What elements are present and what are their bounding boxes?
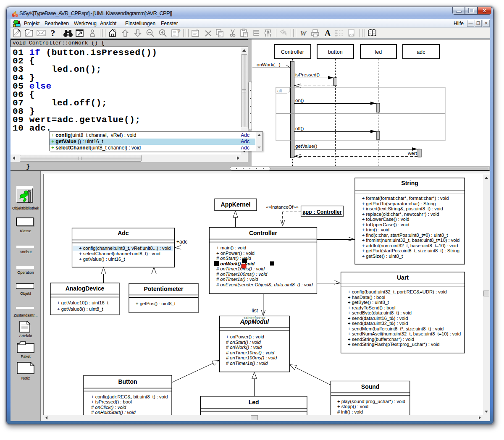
svg-text:Potentiometer: Potentiometer: [144, 285, 184, 292]
svg-text:+ selectChannel(channel:uint8_: + selectChannel(channel:uint8_t) : void: [79, 251, 160, 256]
svg-text:getValue(): getValue(): [295, 144, 317, 149]
svg-text:isPressed(): isPressed(): [295, 72, 320, 77]
svg-text:Adc: Adc: [118, 230, 129, 236]
svg-text:+ stopp() : void: + stopp() : void: [337, 404, 368, 409]
svg-text:+ addInt(num:uint32_t, base:ui: + addInt(num:uint32_t, base:uint8_t=10) …: [362, 243, 458, 248]
svg-text:+ sendByte(data:uint8_t) : voi: + sendByte(data:uint8_t) : void: [348, 310, 412, 315]
svg-text:+ toLowerCase() : void: + toLowerCase() : void: [362, 217, 410, 222]
svg-text:onWork(...): onWork(...): [257, 62, 281, 67]
svg-text:button: button: [328, 49, 343, 55]
svg-text:+ getValue8() : uint8_t: + getValue8() : uint8_t: [57, 306, 103, 312]
svg-text:+adc: +adc: [176, 239, 187, 245]
svg-text:?: ?: [51, 28, 55, 38]
svg-text:AnalogDevice: AnalogDevice: [66, 285, 105, 292]
svg-text:# init() : void: # init() : void: [337, 409, 363, 414]
svg-text:+ isPressed() : bool: + isPressed() : bool: [91, 399, 132, 404]
svg-text:+ getPartTo(separator:char) :: + getPartTo(separator:char) : String: [362, 201, 436, 206]
svg-text:?: ?: [177, 28, 181, 34]
svg-text:# onTimer1s() : void: # onTimer1s() : void: [226, 361, 268, 366]
svg-text:+ getSize() : uint8_t: + getSize() : uint8_t: [362, 254, 403, 259]
svg-text:# onWork() : void: # onWork() : void: [216, 261, 255, 266]
svg-text:wert: wert: [407, 151, 417, 156]
svg-text:+ play(sound:prog_uchar*) : vo: + play(sound:prog_uchar*) : void: [337, 399, 405, 404]
svg-text:+ sendNumAscii(num:uint32_t, b: + sendNumAscii(num:uint32_t, base:uint8_…: [348, 331, 461, 336]
svg-text:+ config(channel:uint8_t, vRef: + config(channel:uint8_t, vRef:unit8...)…: [79, 246, 171, 251]
svg-text:+ config(baud:uint32_t, port:R: + config(baud:uint32_t, port:REG&=UDR) :…: [348, 289, 447, 294]
svg-text:Controller: Controller: [249, 230, 277, 236]
svg-text:+ insert(text:String&, pos:uin: + insert(text:String&, pos:uint8_t) : vo…: [362, 206, 443, 211]
svg-text:# onWork() : void: # onWork() : void: [226, 345, 262, 350]
svg-text:off(): off(): [295, 126, 304, 131]
svg-text:««instanceOf»»: ««instanceOf»»: [266, 204, 298, 210]
svg-text:Button: Button: [118, 378, 137, 385]
svg-text:app : Controller: app : Controller: [302, 209, 341, 215]
svg-text:led: led: [375, 49, 382, 55]
svg-text:+ hasData() : bool: + hasData() : bool: [348, 295, 385, 300]
svg-text:# onTimer100ms() : void: # onTimer100ms() : void: [226, 355, 277, 360]
svg-text:Controller: Controller: [281, 49, 304, 55]
svg-text:A: A: [324, 28, 331, 38]
svg-text:# onClick() : void: # onClick() : void: [91, 405, 126, 410]
svg-text:+ fromInt(num:uint32_t, base:u: + fromInt(num:uint32_t, base:uint8_t=10)…: [362, 238, 460, 243]
svg-text:+ toUpperCase() : void: + toUpperCase() : void: [362, 222, 410, 227]
svg-text:# onTimer100ms() : void: # onTimer100ms() : void: [216, 272, 268, 277]
svg-text:+ getValue10() : uint16_t: + getValue10() : uint16_t: [57, 300, 109, 305]
svg-text:Sound: Sound: [361, 383, 380, 390]
svg-text:Led: Led: [249, 399, 259, 406]
svg-text:+ config(adr:REG&, bit:uint8_t: + config(adr:REG&, bit:uint8_t) : void: [91, 394, 168, 399]
svg-text:+ trim() : void: + trim() : void: [362, 227, 390, 232]
svg-text:+ getByte() : uint8_t: + getByte() : uint8_t: [348, 300, 389, 305]
svg-text:String: String: [401, 180, 418, 186]
svg-text:-list: -list: [250, 308, 258, 314]
svg-text:+ sendString(buffer:char*) : v: + sendString(buffer:char*) : void: [348, 337, 414, 342]
svg-text:# onStart() : void: # onStart() : void: [226, 340, 261, 345]
svg-text:+ send(data:uint32_t&) : void: + send(data:uint32_t&) : void: [348, 321, 408, 326]
svg-text:# onTimer10ms() : void: # onTimer10ms() : void: [216, 266, 265, 271]
svg-text:+ send(data:uint16_t&) : void: + send(data:uint16_t&) : void: [348, 316, 408, 321]
svg-text:+ sendStringFlash(pText:prog_u: + sendStringFlash(pText:prog_uchar*) : v…: [348, 342, 440, 347]
svg-text:# onHoldStart() : void: # onHoldStart() : void: [91, 410, 136, 415]
svg-text:AppKernel: AppKernel: [221, 201, 251, 208]
svg-text:+ getPart(startPos:uint8_t, si: + getPart(startPos:uint8_t, size:uint8_t…: [362, 248, 459, 253]
svg-text:+ replace(old:char*, new:cahr*: + replace(old:char*, new:cahr*) : void: [362, 212, 439, 217]
svg-text:# onEvent(sender:Object&, data: # onEvent(sender:Object&, data:uint8_t) …: [216, 282, 313, 287]
svg-text:# onTimer1s() : void: # onTimer1s() : void: [216, 277, 258, 282]
svg-text:+ getPos() : uint8_t: + getPos() : uint8_t: [136, 301, 176, 306]
svg-text:+ sendMem(buffer:uint8_t*, siz: + sendMem(buffer:uint8_t*, size:uint8_t)…: [348, 326, 444, 331]
svg-text:on(): on(): [295, 98, 304, 103]
svg-text:+ onPower() : void: + onPower() : void: [216, 251, 255, 256]
svg-text:# onTimer10ms() : void: # onTimer10ms() : void: [226, 350, 275, 355]
svg-text:+ main() : void: + main() : void: [216, 245, 246, 250]
svg-text:+ format(format:char*, format:: + format(format:char*, format:char*) : v…: [362, 196, 449, 201]
svg-text:Uart: Uart: [397, 274, 409, 281]
svg-text:alt: alt: [277, 88, 282, 93]
svg-text:+ readyToSend() : bool: + readyToSend() : bool: [348, 305, 396, 310]
svg-text:AppModul: AppModul: [240, 318, 270, 325]
svg-text:+ getValue() : uint16_t: + getValue() : uint16_t: [79, 257, 125, 262]
svg-text:adc: adc: [417, 49, 425, 55]
svg-text:+ find(c:char, startPos:uint8_: + find(c:char, startPos:uint8_t=0) : uin…: [362, 233, 448, 238]
svg-text:W: W: [300, 29, 307, 37]
svg-text:+ onPower() : void: + onPower() : void: [226, 334, 264, 339]
